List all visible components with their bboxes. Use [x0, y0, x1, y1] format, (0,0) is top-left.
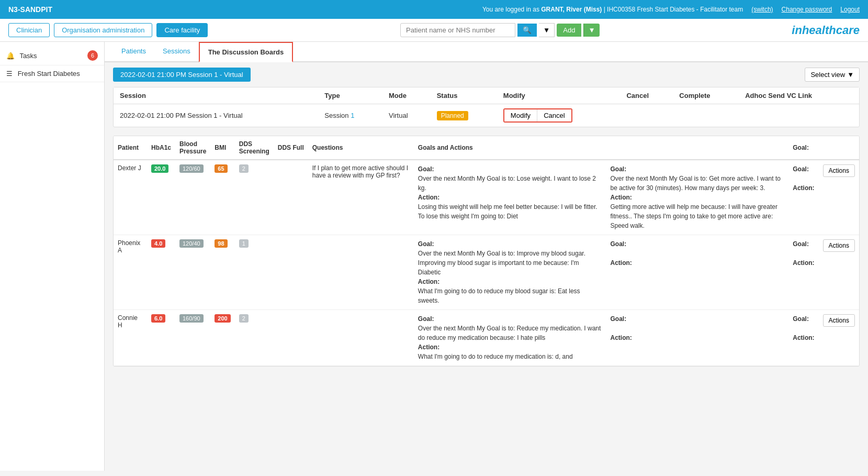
switch-link[interactable]: (switch): [751, 6, 773, 13]
session-complete-cell: [673, 104, 739, 127]
logo: inhealthcare: [792, 24, 860, 37]
logo-text-health: healthcare: [802, 24, 860, 37]
session-modify-cell: Modify Cancel: [497, 104, 621, 127]
dds-badge: 1: [239, 239, 249, 248]
bmi-value: 200: [210, 310, 234, 366]
bp-badge: 160/90: [179, 314, 204, 323]
hba1c-value: 6.0: [147, 310, 175, 366]
actions-cell: Actions: [819, 310, 859, 366]
goals-col3: Goal: Action:: [788, 235, 818, 310]
session-name: 2022-02-01 21:00 PM Session 1 - Virtual: [114, 104, 318, 127]
cancel-button[interactable]: Cancel: [537, 109, 571, 121]
app-title: N3-SANDPIT: [8, 5, 52, 14]
bp-badge: 120/60: [179, 164, 204, 173]
hba1c-badge: 6.0: [151, 314, 165, 323]
top-bar-right: You are logged in as GRANT, River (Miss)…: [482, 6, 860, 13]
session-button[interactable]: 2022-02-01 21:00 PM Session 1 - Virtual: [113, 68, 251, 82]
pt-col-bmi: BMI: [210, 136, 234, 160]
dds-full-value: [274, 160, 308, 235]
logout-link[interactable]: Logout: [840, 6, 860, 13]
session-cancel-cell: [620, 104, 673, 127]
goals-col2: Goal: Over the next Month My Goal is to:…: [606, 160, 788, 235]
pt-col-goals2: [606, 136, 788, 160]
table-row: Connie H 6.0 160/90 200 2: [114, 310, 859, 366]
goals-col1: Goal: Over the next Month My Goal is to:…: [414, 235, 606, 310]
goals-col3: Goal: Action:: [788, 310, 818, 366]
tab-patients[interactable]: Patients: [113, 42, 154, 62]
modify-button[interactable]: Modify: [504, 109, 537, 121]
dds-screening-value: 1: [235, 235, 274, 310]
bp-value: 160/90: [175, 310, 210, 366]
session-mode: Virtual: [382, 104, 431, 127]
dds-badge: 2: [239, 314, 249, 323]
question-text: [308, 310, 414, 366]
pt-col-bp: BloodPressure: [175, 136, 210, 160]
nav-left: Clinician Organisation administration Ca…: [8, 23, 208, 37]
tab-bar: Patients Sessions The Discussion Boards: [105, 42, 868, 62]
bmi-badge: 200: [215, 314, 230, 323]
tasks-label: Tasks: [19, 52, 37, 60]
table-row: Dexter J 20.0 120/60 65 2: [114, 160, 859, 235]
search-dropdown-button[interactable]: ▼: [539, 23, 555, 37]
logo-text-in: in: [792, 24, 802, 37]
tasks-badge: 6: [87, 50, 98, 61]
session-adhoc-cell: [739, 104, 859, 127]
goals-col1: Goal: Over the next Month My Goal is to:…: [414, 310, 606, 366]
pt-col-questions: Questions: [308, 136, 414, 160]
change-password-link[interactable]: Change password: [782, 6, 832, 13]
tab-discussion-boards[interactable]: The Discussion Boards: [199, 42, 293, 62]
bmi-value: 98: [210, 235, 234, 310]
pt-col-patient: Patient: [114, 136, 147, 160]
clinician-button[interactable]: Clinician: [8, 23, 50, 37]
patient-table-container: Patient HbA1c BloodPressure BMI DDSScree…: [113, 136, 860, 367]
patient-name: Phoenix A: [114, 235, 147, 310]
patient-table: Patient HbA1c BloodPressure BMI DDSScree…: [114, 136, 859, 366]
org-admin-button[interactable]: Organisation administration: [54, 23, 152, 37]
hba1c-value: 20.0: [147, 160, 175, 235]
bmi-badge: 65: [215, 164, 227, 173]
goals-text-3: Goal: Action:: [793, 164, 814, 193]
pt-col-goals: Goals and Actions: [414, 136, 606, 160]
search-input[interactable]: [400, 23, 515, 37]
search-button[interactable]: 🔍: [517, 24, 537, 37]
bmi-badge: 98: [215, 239, 227, 248]
select-view-button[interactable]: Select view ▼: [805, 68, 860, 82]
logged-in-label: You are logged in as GRANT, River (Miss)…: [482, 6, 743, 13]
content-area: Patients Sessions The Discussion Boards …: [105, 42, 868, 471]
goals-col2: Goal: Action:: [606, 235, 788, 310]
bp-value: 120/40: [175, 235, 210, 310]
dds-screening-value: 2: [235, 160, 274, 235]
session-type-link[interactable]: 1: [351, 112, 354, 119]
top-bar: N3-SANDPIT You are logged in as GRANT, R…: [0, 0, 868, 19]
sidebar: 🔔 Tasks 6 ☰ Fresh Start Diabetes: [0, 42, 105, 471]
col-status: Status: [431, 87, 497, 104]
add-dropdown-button[interactable]: ▼: [583, 24, 599, 37]
list-icon: ☰: [6, 70, 13, 78]
main-content: 🔔 Tasks 6 ☰ Fresh Start Diabetes Patient…: [0, 42, 868, 471]
user-name: GRANT, River (Miss): [541, 6, 602, 13]
pt-col-actions: [819, 136, 859, 160]
dds-screening-value: 2: [235, 310, 274, 366]
col-session: Session: [114, 87, 318, 104]
tab-sessions[interactable]: Sessions: [154, 42, 199, 62]
add-button[interactable]: Add: [557, 24, 581, 37]
dds-full-value: [274, 310, 308, 366]
status-badge: Planned: [437, 111, 468, 120]
care-facility-button[interactable]: Care facility: [156, 23, 208, 37]
goals-col3: Goal: Action:: [788, 160, 818, 235]
hba1c-value: 4.0: [147, 235, 175, 310]
goals-text-2: Goal: Over the next Month My Goal is to:…: [610, 164, 784, 230]
col-cancel: Cancel: [620, 87, 673, 104]
patient-name: Connie H: [114, 310, 147, 366]
goals-text-3: Goal: Action:: [793, 314, 814, 342]
actions-button[interactable]: Actions: [823, 239, 855, 252]
actions-button[interactable]: Actions: [823, 314, 855, 327]
actions-cell: Actions: [819, 235, 859, 310]
sidebar-item-tasks[interactable]: 🔔 Tasks 6: [0, 46, 104, 65]
modify-cancel-box: Modify Cancel: [503, 108, 572, 123]
sidebar-item-fresh-start[interactable]: ☰ Fresh Start Diabetes: [0, 65, 104, 82]
goals-text-2: Goal: Action:: [610, 314, 784, 342]
bmi-value: 65: [210, 160, 234, 235]
goals-col1: Goal: Over the next Month My Goal is to:…: [414, 160, 606, 235]
actions-button[interactable]: Actions: [823, 164, 855, 177]
